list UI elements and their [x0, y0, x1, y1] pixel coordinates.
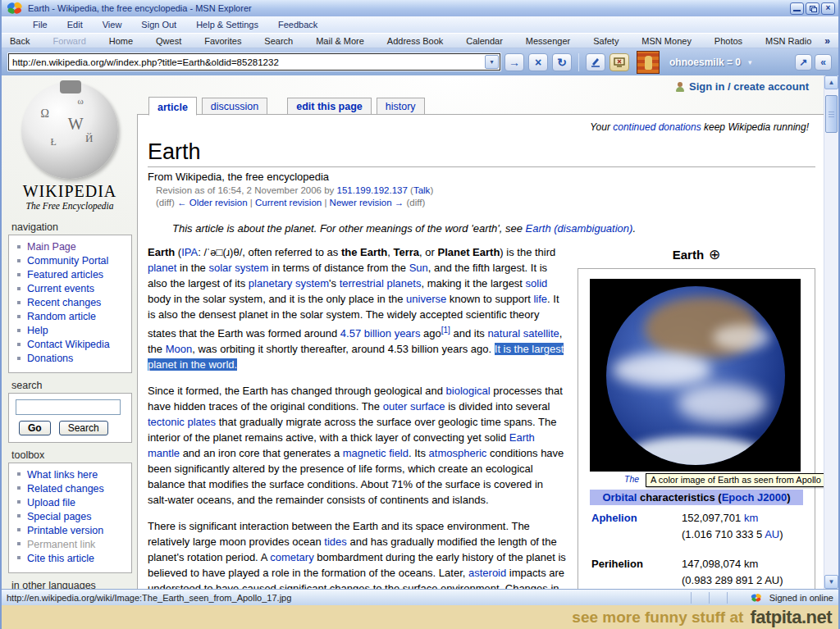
sidebar-toolbox-item[interactable]: Upload file — [12, 496, 130, 510]
sidebar-nav-item[interactable]: Help — [12, 324, 130, 338]
minimize-button[interactable] — [790, 2, 804, 15]
go-search-button[interactable]: Go — [19, 421, 51, 435]
scroll-down-button[interactable]: ▼ — [824, 575, 838, 589]
menu-item[interactable]: File — [33, 20, 48, 30]
sidebar-nav-item[interactable]: Featured articles — [12, 268, 130, 282]
toolbar-button[interactable]: Safety — [593, 36, 619, 46]
close-button[interactable]: × — [821, 2, 835, 15]
refresh-button[interactable]: ↻ — [552, 53, 572, 71]
menu-item[interactable]: Edit — [67, 20, 83, 30]
wiki-tab[interactable]: history — [377, 98, 425, 115]
menu-bar: FileEditViewSign OutHelp & SettingsFeedb… — [2, 16, 838, 33]
sidebar-nav-item[interactable]: Contact Wikipedia — [12, 338, 130, 352]
sidebar-nav-item[interactable]: Main Page — [12, 240, 130, 254]
popup-blocker-button[interactable] — [609, 53, 629, 71]
menu-item[interactable]: Help & Settings — [196, 20, 258, 30]
infobox-title: Earth⊕ — [578, 246, 815, 263]
toolbar-button[interactable]: Mail & More — [316, 36, 364, 46]
wikipedia-globe-icon: WΩЙŁω — [21, 82, 118, 179]
bullet-icon — [17, 500, 21, 504]
portlet-title: search — [8, 378, 132, 393]
user-chevron-down-icon[interactable]: ▾ — [748, 58, 752, 66]
status-bar: http://en.wikipedia.org/wiki/Image:The_E… — [2, 589, 838, 605]
hatnote[interactable]: This article is about the planet. For ot… — [172, 222, 815, 235]
sidebar-nav-item[interactable]: Recent changes — [12, 296, 130, 310]
sign-in-label[interactable]: Sign in / create account — [689, 80, 809, 93]
revision-line-2[interactable]: (diff) ← Older revision | Current revisi… — [156, 197, 815, 209]
address-combo-arrow-icon[interactable]: ▾ — [485, 55, 499, 69]
search-button[interactable]: Search — [59, 421, 108, 435]
go-button[interactable]: → — [504, 53, 524, 71]
banner-brand: fatpita.net — [750, 607, 832, 628]
bullet-icon — [17, 472, 21, 476]
user-name[interactable]: ohnoesmilk = 0 — [669, 57, 741, 68]
toolbar-button[interactable]: Search — [264, 36, 293, 46]
sidebar-nav-item[interactable]: Current events — [12, 282, 130, 296]
bullet-icon — [17, 486, 21, 490]
toolbar-button[interactable]: MSN Money — [641, 36, 692, 46]
sidebar-toolbox-item[interactable]: Permanent link — [12, 538, 130, 552]
toolbar-button[interactable]: Messenger — [526, 36, 570, 46]
user-person-icon — [675, 82, 685, 92]
toolbar-button[interactable]: MSN Radio — [765, 36, 811, 46]
sidebar-toolbox-item[interactable]: What links here — [12, 468, 130, 482]
sidebar-toolbox-item[interactable]: Special pages — [12, 510, 130, 524]
sidebar-nav-item[interactable]: Random article — [12, 310, 130, 324]
infobox-row-label[interactable]: Aphelion — [591, 510, 682, 543]
infobox-row-value: 147,098,074 km (0.983 289 891 2 AU) — [682, 556, 801, 589]
status-divider — [691, 592, 709, 604]
wiki-tab[interactable]: edit this page — [287, 98, 372, 115]
infobox-row-value: 152,097,701 km (1.016 710 333 5 AU) — [682, 510, 801, 543]
sidebar-nav-item[interactable]: Donations — [12, 352, 130, 366]
infobox-row-label[interactable]: Perihelion — [591, 556, 682, 589]
highlighter-button[interactable] — [586, 53, 605, 71]
address-input[interactable] — [9, 54, 485, 70]
wiki-tab[interactable]: article — [148, 97, 197, 116]
toolbar-button[interactable]: Address Book — [387, 36, 443, 46]
wikipedia-logo[interactable]: WΩЙŁω WIKIPEDIA The Free Encyclopedia — [8, 82, 131, 215]
msn-butterfly-icon — [750, 593, 763, 603]
signed-in-indicator: Signed in online — [745, 593, 833, 603]
toolbar-button[interactable]: Favorites — [204, 36, 241, 46]
scroll-up-button[interactable]: ▲ — [824, 75, 838, 89]
restore-button[interactable] — [806, 2, 819, 15]
toolbar-button[interactable]: Calendar — [466, 36, 503, 46]
minimize-icon — [793, 10, 801, 11]
menu-item[interactable]: Feedback — [278, 20, 317, 30]
revision-line-1[interactable]: Revision as of 16:54, 2 November 2006 by… — [156, 185, 815, 197]
stop-button[interactable]: × — [528, 53, 548, 71]
toolbar-button[interactable]: Photos — [714, 36, 742, 46]
banner-text: see more funny stuff at — [572, 608, 743, 627]
earth-symbol-icon: ⊕ — [709, 247, 720, 262]
screen-icon — [614, 57, 625, 67]
earth-photo[interactable] — [590, 279, 801, 472]
user-avatar[interactable] — [637, 51, 660, 74]
toolbar-button[interactable]: Home — [109, 36, 133, 46]
bullet-icon — [17, 315, 21, 318]
toolbar-button[interactable]: Forward — [52, 36, 85, 46]
vertical-scrollbar[interactable]: ▲ ▼ — [824, 75, 838, 589]
toolbar-more-chevron-icon[interactable]: » — [824, 35, 830, 47]
infobox-frame: The A color image of Earth as seen from … — [578, 268, 815, 589]
sidebar-toolbox-item[interactable]: Printable version — [12, 524, 130, 538]
earth-globe-image — [606, 286, 785, 465]
donation-notice[interactable]: Your continued donations keep Wikipedia … — [148, 118, 815, 133]
wiki-sidebar: WΩЙŁω WIKIPEDIA The Free Encyclopedia na… — [2, 75, 137, 589]
status-url: http://en.wikipedia.org/wiki/Image:The_E… — [7, 593, 691, 603]
sidebar-toolbox-item[interactable]: Cite this article — [12, 552, 130, 566]
menu-item[interactable]: View — [103, 20, 122, 30]
wiki-search-input[interactable] — [16, 399, 121, 415]
portlet-title: in other languages — [8, 578, 132, 590]
toolbar-button[interactable]: Qwest — [156, 36, 181, 46]
tab-strip: Sign in / create account articlediscussi… — [137, 75, 824, 115]
open-external-button[interactable]: ↗ — [795, 54, 812, 71]
collapse-bar-button[interactable]: « — [815, 54, 832, 71]
sidebar-toolbox-item[interactable]: Related changes — [12, 482, 130, 496]
sidebar-nav-item[interactable]: Community Portal — [12, 254, 130, 268]
scrollbar-thumb[interactable] — [825, 95, 838, 133]
wikipedia-wordmark: WIKIPEDIA — [8, 182, 131, 201]
wiki-tab[interactable]: discussion — [202, 98, 267, 115]
toolbar-button[interactable]: Back — [10, 36, 30, 46]
sign-in-link[interactable]: Sign in / create account — [675, 80, 809, 93]
menu-item[interactable]: Sign Out — [141, 20, 176, 30]
